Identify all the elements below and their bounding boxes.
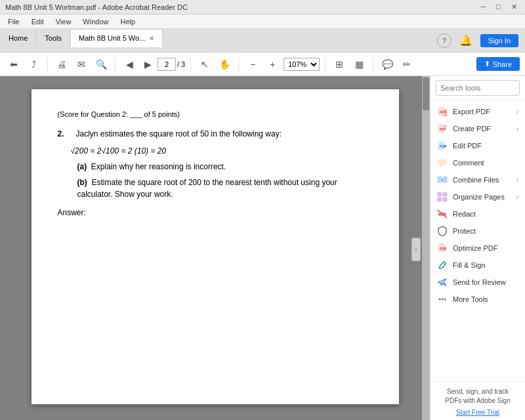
search-tools-area bbox=[430, 76, 525, 100]
math-expression: √200 = 2√100 = 2 (10) = 20 bbox=[71, 145, 373, 157]
edit-pdf-icon: PDF bbox=[437, 140, 448, 151]
right-panel: PDF Export PDF › PDF+ Create PDF › PDF E… bbox=[430, 76, 525, 420]
scrollbar[interactable] bbox=[422, 76, 430, 420]
share-icon: ⬆ bbox=[484, 60, 490, 68]
scroll-thumb[interactable] bbox=[423, 77, 429, 110]
tool-combine-files[interactable]: Combine Files › bbox=[430, 171, 525, 188]
menu-file[interactable]: File bbox=[3, 16, 25, 27]
svg-point-20 bbox=[444, 299, 446, 301]
optimize-pdf-label: Optimize PDF bbox=[453, 244, 518, 252]
page-input[interactable]: 2 bbox=[158, 58, 176, 71]
tools-list: PDF Export PDF › PDF+ Create PDF › PDF E… bbox=[430, 100, 525, 381]
sub-question-b: (b) Estimate the square root of 200 to t… bbox=[77, 177, 373, 200]
main-layout: (Score for Question 2: ___ of 5 points) … bbox=[0, 76, 525, 420]
create-pdf-arrow: › bbox=[516, 125, 518, 133]
svg-text:+: + bbox=[444, 123, 447, 129]
tool-more-tools[interactable]: More Tools bbox=[430, 291, 525, 308]
create-pdf-icon: PDF+ bbox=[437, 123, 448, 134]
panel-collapse-button[interactable]: › bbox=[411, 238, 421, 261]
tool-redact[interactable]: Redact bbox=[430, 205, 525, 222]
tab-home-label: Home bbox=[9, 34, 28, 42]
tool-export-pdf[interactable]: PDF Export PDF › bbox=[430, 103, 525, 120]
share-button[interactable]: ⬆ Share bbox=[476, 57, 520, 71]
toolbar-separator-3 bbox=[190, 58, 191, 71]
maximize-button[interactable]: □ bbox=[494, 3, 503, 11]
export-pdf-label: Export PDF bbox=[453, 108, 511, 116]
tool-protect[interactable]: Protect bbox=[430, 222, 525, 240]
organize-pages-label: Organize Pages bbox=[453, 193, 511, 201]
score-line: (Score for Question 2: ___ of 5 points) bbox=[58, 109, 373, 120]
close-button[interactable]: ✕ bbox=[509, 3, 520, 11]
toolbar-separator-1 bbox=[47, 58, 48, 71]
pdf-content: (Score for Question 2: ___ of 5 points) … bbox=[0, 76, 430, 420]
tab-tools[interactable]: Tools bbox=[36, 29, 70, 47]
zoom-select[interactable]: 107% 50% 75% 100% 125% 150% 200% bbox=[284, 58, 320, 71]
print-icon[interactable]: 🖨 bbox=[53, 56, 70, 73]
search-icon[interactable]: 🔍 bbox=[93, 56, 110, 73]
help-button[interactable]: ? bbox=[437, 33, 452, 48]
prev-page-icon[interactable]: ◀ bbox=[121, 56, 138, 73]
email-icon[interactable]: ✉ bbox=[73, 56, 90, 73]
more-tools-icon bbox=[437, 294, 448, 304]
toolbar-separator-5 bbox=[325, 58, 326, 71]
tab-pdf[interactable]: Math 8B Unit 5 Wo... ✕ bbox=[70, 29, 163, 47]
svg-text:PDF: PDF bbox=[440, 110, 446, 114]
menu-view[interactable]: View bbox=[51, 16, 77, 27]
send-review-label: Send for Review bbox=[453, 278, 518, 286]
protect-icon bbox=[437, 226, 448, 236]
more-tools-label: More Tools bbox=[453, 295, 518, 303]
tab-tools-label: Tools bbox=[45, 34, 62, 42]
tool-create-pdf[interactable]: PDF+ Create PDF › bbox=[430, 120, 525, 137]
zoom-in-icon[interactable]: + bbox=[264, 56, 281, 73]
export-pdf-icon: PDF bbox=[437, 106, 448, 117]
pen-icon[interactable]: ✏ bbox=[398, 56, 415, 73]
tab-pdf-label: Math 8B Unit 5 Wo... bbox=[79, 34, 145, 42]
back-icon[interactable]: ⬅ bbox=[5, 56, 22, 73]
tab-home[interactable]: Home bbox=[0, 29, 36, 47]
tool-edit-pdf[interactable]: PDF Edit PDF bbox=[430, 137, 525, 154]
question-number: 2. bbox=[58, 128, 71, 140]
comment-tool-icon bbox=[437, 158, 448, 168]
svg-rect-13 bbox=[443, 198, 447, 201]
tool-send-review[interactable]: Send for Review bbox=[430, 274, 525, 291]
next-page-icon[interactable]: ▶ bbox=[139, 56, 156, 73]
redact-icon bbox=[437, 209, 448, 219]
combine-files-arrow: › bbox=[516, 177, 518, 184]
comment-icon[interactable]: 💬 bbox=[379, 56, 396, 73]
tool-fill-sign[interactable]: Fill & Sign bbox=[430, 257, 525, 274]
cursor-tool-icon[interactable]: ↖ bbox=[196, 56, 213, 73]
protect-label: Protect bbox=[453, 227, 518, 235]
sub-question-a: (a) Explain why her reasoning is incorre… bbox=[77, 161, 373, 173]
bell-icon[interactable]: 🔔 bbox=[459, 34, 472, 47]
toolbar-separator-4 bbox=[238, 58, 239, 71]
forward-icon[interactable]: ⤴ bbox=[25, 56, 42, 73]
title-bar: Math 8B Unit 5 Wortman.pdf - Adobe Acrob… bbox=[0, 0, 525, 14]
zoom-out-icon[interactable]: − bbox=[244, 56, 261, 73]
menu-help[interactable]: Help bbox=[115, 16, 140, 27]
hand-tool-icon[interactable]: ✋ bbox=[216, 56, 233, 73]
fit-page-icon[interactable]: ⊞ bbox=[331, 56, 348, 73]
menu-edit[interactable]: Edit bbox=[26, 16, 49, 27]
signin-button[interactable]: Sign In bbox=[480, 34, 518, 47]
svg-rect-12 bbox=[438, 198, 442, 201]
marquee-zoom-icon[interactable]: ▦ bbox=[350, 56, 368, 73]
export-pdf-arrow: › bbox=[516, 108, 518, 116]
tool-optimize-pdf[interactable]: PDF Optimize PDF bbox=[430, 240, 525, 257]
start-trial-link[interactable]: Start Free Trial bbox=[436, 408, 520, 417]
tool-comment[interactable]: Comment bbox=[430, 154, 525, 171]
combine-files-label: Combine Files bbox=[453, 176, 511, 184]
tab-close-icon[interactable]: ✕ bbox=[149, 35, 154, 42]
answer-label: Answer: bbox=[58, 208, 86, 217]
toolbar-separator-2 bbox=[115, 58, 116, 71]
footer-line2: PDFs with Adobe Sign bbox=[445, 397, 511, 404]
search-tools-input[interactable] bbox=[436, 80, 520, 96]
organize-pages-icon bbox=[437, 192, 448, 202]
sub-a-text: Explain why her reasoning is incorrect. bbox=[91, 162, 226, 171]
svg-point-18 bbox=[439, 299, 441, 301]
minimize-button[interactable]: ─ bbox=[478, 3, 489, 11]
tool-organize-pages[interactable]: Organize Pages › bbox=[430, 188, 525, 205]
svg-rect-9 bbox=[443, 177, 447, 182]
menu-window[interactable]: Window bbox=[77, 16, 114, 27]
sub-b-label: (b) bbox=[77, 178, 87, 187]
send-review-icon bbox=[437, 277, 448, 287]
